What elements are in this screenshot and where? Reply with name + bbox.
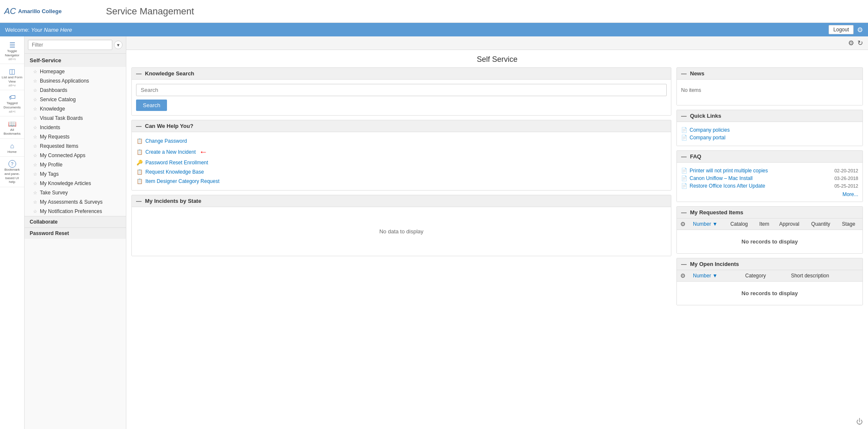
content-main: — Knowledge Search Search — Can We Help … xyxy=(126,67,868,429)
logout-button[interactable]: Logout xyxy=(829,25,854,34)
requested-items-no-records: No records to display xyxy=(677,230,862,254)
quick-links-section: — Quick Links 📄 Company policies 📄 Compa… xyxy=(676,110,863,146)
help-link-item-designer[interactable]: Item Designer Category Request xyxy=(145,178,220,184)
sidebar-icon-help[interactable]: ? Bookmark and pane-based UI help xyxy=(0,158,24,187)
refresh-content-icon[interactable]: ↻ xyxy=(857,39,863,47)
nav-item-label-my-connected-apps: My Connected Apps xyxy=(40,152,85,158)
faq-date-printer: 02-20-2012 xyxy=(835,168,858,173)
nav-item-my-tags[interactable]: ☆ My Tags xyxy=(25,169,126,179)
incidents-state-collapse-icon[interactable]: — xyxy=(136,198,142,204)
help-item-change-password: 📋 Change Password xyxy=(136,136,667,146)
sidebar-icon-list-form[interactable]: ◫ List and Form View alt+v xyxy=(0,65,24,90)
requested-items-gear-icon[interactable]: ⚙ xyxy=(680,221,686,227)
incidents-state-section: — My Incidents by State No data to displ… xyxy=(131,195,671,256)
quick-links-collapse-icon[interactable]: — xyxy=(681,113,687,119)
col-category: Category xyxy=(742,270,787,282)
nav-item-notification-prefs[interactable]: ☆ My Notification Preferences xyxy=(25,207,126,216)
tagged-docs-kbd: alt+t xyxy=(9,110,15,113)
incidents-state-body: No data to display xyxy=(132,207,671,256)
nav-item-homepage[interactable]: ☆ Homepage xyxy=(25,67,126,76)
news-collapse-icon[interactable]: — xyxy=(681,70,687,77)
list-form-kbd: alt+v xyxy=(8,83,16,87)
sidebar-icon-tagged-docs[interactable]: 🏷 Tagged Documents alt+t xyxy=(0,91,24,116)
sidebar-icon-bookmarks[interactable]: 📖 All Bookmarks xyxy=(0,117,24,139)
star-icon-my-requests: ☆ xyxy=(33,134,37,140)
my-open-incidents-collapse-icon[interactable]: — xyxy=(681,261,687,267)
home-label: Home xyxy=(8,150,17,154)
filter-chevron-button[interactable]: ▼ xyxy=(114,41,122,49)
settings-icon[interactable]: ⚙ xyxy=(857,26,863,34)
nav-item-my-profile[interactable]: ☆ My Profile xyxy=(25,160,126,169)
col-number-requested[interactable]: Number ▼ xyxy=(690,219,727,230)
news-header: — News xyxy=(677,68,862,80)
list-form-icon: ◫ xyxy=(9,67,15,75)
nav-item-visual-task-boards[interactable]: ☆ Visual Task Boards xyxy=(25,113,126,123)
star-icon-my-assessments: ☆ xyxy=(33,199,37,205)
faq-item-left-printer: 📄 Printer will not print multiple copies xyxy=(681,168,768,174)
nav-item-knowledge[interactable]: ☆ Knowledge xyxy=(25,104,126,113)
can-we-help-header: — Can We Help You? xyxy=(132,120,671,132)
faq-item-left-canon: 📄 Canon Uniflow – Mac Install xyxy=(681,175,753,181)
help-link-request-kb[interactable]: Request Knowledge Base xyxy=(145,169,204,175)
sidebar-icon-home[interactable]: ⌂ Home xyxy=(0,140,24,157)
faq-item-restore: 📄 Restore Office Icons After Update 05-2… xyxy=(681,182,858,190)
faq-link-printer[interactable]: Printer will not print multiple copies xyxy=(690,168,768,174)
nav-group-collaborate[interactable]: Collaborate xyxy=(25,216,126,227)
page-title: Service Management xyxy=(106,6,194,17)
requested-items-table: ⚙ Number ▼ Catalog Item Approval Quantit… xyxy=(677,219,862,253)
help-link-password-reset[interactable]: Password Reset Enrollment xyxy=(145,160,208,166)
content-area: ⚙ ↻ Self Service — Knowledge Search Sear… xyxy=(126,36,868,429)
bottom-bar: ⏻ xyxy=(856,418,863,426)
quick-link-company-portal-link[interactable]: Company portal xyxy=(690,135,726,141)
nav-group-password-reset[interactable]: Password Reset xyxy=(25,227,126,239)
knowledge-search-button[interactable]: Search xyxy=(136,100,167,111)
my-requested-items-collapse-icon[interactable]: — xyxy=(681,209,687,216)
nav-item-requested-items[interactable]: ☆ Requested Items xyxy=(25,141,126,151)
nav-item-label-requested-items: Requested Items xyxy=(40,143,78,149)
logo-ac-text: AC xyxy=(4,6,16,16)
news-no-items: No items xyxy=(681,84,858,97)
faq-body: 📄 Printer will not print multiple copies… xyxy=(677,163,862,202)
sidebar-icon-toggle-navigator[interactable]: ☰ Toggle Navigator alt+n xyxy=(0,39,24,64)
star-icon-dashboards: ☆ xyxy=(33,88,37,93)
col-catalog: Catalog xyxy=(727,219,756,230)
faq-collapse-icon[interactable]: — xyxy=(681,153,687,160)
can-we-help-collapse-icon[interactable]: — xyxy=(136,123,142,129)
nav-item-label-notification-prefs: My Notification Preferences xyxy=(40,208,102,214)
power-icon[interactable]: ⏻ xyxy=(856,418,863,425)
nav-item-my-knowledge-articles[interactable]: ☆ My Knowledge Articles xyxy=(25,179,126,188)
doc-icon-faq-printer: 📄 xyxy=(681,168,687,174)
list-form-label: List and Form View xyxy=(2,75,22,83)
incidents-no-data: No data to display xyxy=(136,211,667,252)
settings-content-icon[interactable]: ⚙ xyxy=(848,39,854,47)
col-stage: Stage xyxy=(838,219,862,230)
quick-link-company-policies-link[interactable]: Company policies xyxy=(690,127,730,133)
open-incidents-gear-icon[interactable]: ⚙ xyxy=(680,272,686,279)
left-panel: — Knowledge Search Search — Can We Help … xyxy=(131,67,676,424)
sidebar-icons: ☰ Toggle Navigator alt+n ◫ List and Form… xyxy=(0,36,25,429)
knowledge-search-input[interactable] xyxy=(136,84,667,96)
nav-item-my-connected-apps[interactable]: ☆ My Connected Apps xyxy=(25,151,126,160)
nav-item-label-service-catalog: Service Catalog xyxy=(40,97,76,102)
nav-item-incidents[interactable]: ☆ Incidents xyxy=(25,123,126,132)
help-link-new-incident[interactable]: Create a New Incident xyxy=(145,149,196,155)
knowledge-search-title: Knowledge Search xyxy=(145,70,194,77)
help-link-change-password[interactable]: Change Password xyxy=(145,138,187,144)
star-icon-my-connected-apps: ☆ xyxy=(33,153,37,158)
faq-section: — FAQ 📄 Printer will not print multiple … xyxy=(676,150,863,202)
nav-item-my-requests[interactable]: ☆ My Requests xyxy=(25,132,126,141)
my-requested-items-section: — My Requested Items ⚙ Number ▼ Catalog … xyxy=(676,206,863,254)
nav-item-dashboards[interactable]: ☆ Dashboards xyxy=(25,86,126,95)
help-icon: ? xyxy=(8,160,16,168)
filter-input[interactable] xyxy=(28,40,112,50)
nav-item-service-catalog[interactable]: ☆ Service Catalog xyxy=(25,95,126,104)
faq-link-restore[interactable]: Restore Office Icons After Update xyxy=(690,183,765,189)
nav-item-business-apps[interactable]: ☆ Business Applications xyxy=(25,76,126,86)
faq-more-link[interactable]: More... xyxy=(681,190,858,197)
col-short-desc: Short description xyxy=(787,270,862,282)
faq-link-canon[interactable]: Canon Uniflow – Mac Install xyxy=(690,175,753,181)
col-number-incidents[interactable]: Number ▼ xyxy=(690,270,742,282)
nav-item-my-assessments[interactable]: ☆ My Assessments & Surveys xyxy=(25,197,126,207)
nav-item-take-survey[interactable]: ☆ Take Survey xyxy=(25,188,126,197)
knowledge-search-collapse-icon[interactable]: — xyxy=(136,70,142,77)
